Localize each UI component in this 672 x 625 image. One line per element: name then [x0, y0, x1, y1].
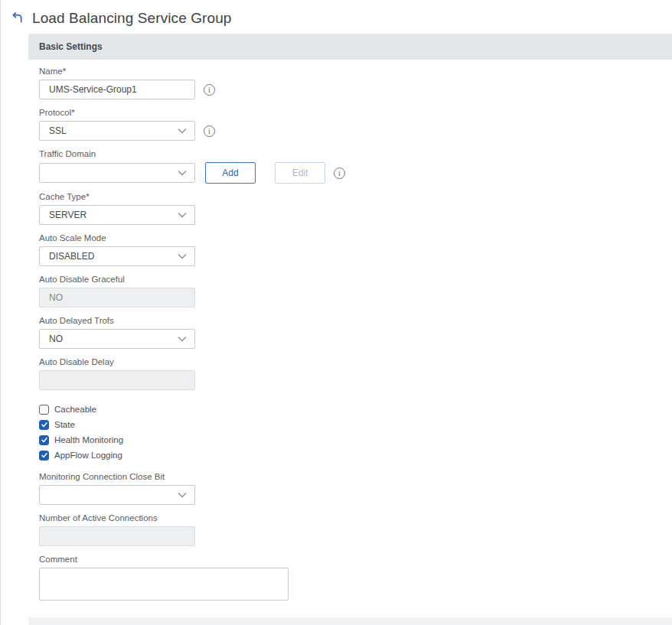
- field-cache-type: Cache Type* SERVER: [39, 192, 672, 225]
- name-input[interactable]: [39, 80, 195, 99]
- checkbox-icon: [39, 451, 49, 461]
- cacheable-label: Cacheable: [54, 405, 96, 414]
- checkbox-icon: [39, 405, 49, 415]
- form-body: Name* i Protocol* SSL i Traffic Domain: [28, 60, 672, 610]
- cacheable-checkbox[interactable]: Cacheable: [39, 402, 672, 417]
- protocol-value: SSL: [49, 125, 67, 136]
- auto-delayed-trofs-label: Auto Delayed Trofs: [39, 316, 672, 326]
- page-header: Load Balancing Service Group: [1, 0, 672, 34]
- cache-type-value: SERVER: [49, 210, 86, 220]
- health-monitoring-checkbox[interactable]: Health Monitoring: [39, 432, 672, 448]
- field-comment: Comment: [39, 555, 672, 604]
- checkbox-icon: [39, 435, 49, 445]
- back-arrow-icon: [10, 11, 24, 25]
- appflow-logging-checkbox[interactable]: AppFlow Logging: [39, 448, 672, 463]
- auto-delayed-trofs-value: NO: [49, 334, 63, 344]
- health-monitoring-label: Health Monitoring: [54, 435, 123, 444]
- monitoring-connection-close-bit-label: Monitoring Connection Close Bit: [39, 472, 672, 482]
- page-title: Load Balancing Service Group: [32, 10, 232, 27]
- form-footer: OK Cancel: [28, 617, 672, 625]
- basic-settings-panel: Basic Settings Name* i Protocol* SSL i: [28, 34, 672, 625]
- field-auto-scale-mode: Auto Scale Mode DISABLED: [39, 233, 672, 266]
- auto-disable-delay-input: [39, 370, 195, 390]
- back-button[interactable]: [8, 10, 25, 27]
- cache-type-label: Cache Type*: [39, 192, 672, 202]
- protocol-label: Protocol*: [39, 108, 672, 118]
- number-of-active-connections-input: [39, 526, 195, 546]
- field-auto-disable-delay: Auto Disable Delay: [39, 357, 672, 390]
- field-traffic-domain: Traffic Domain Add Edit i: [39, 149, 672, 184]
- auto-disable-graceful-input: [39, 288, 195, 308]
- number-of-active-connections-label: Number of Active Connections: [39, 513, 672, 523]
- comment-textarea[interactable]: [39, 568, 289, 601]
- state-checkbox[interactable]: State: [39, 417, 672, 432]
- field-auto-delayed-trofs: Auto Delayed Trofs NO: [39, 316, 672, 349]
- appflow-logging-label: AppFlow Logging: [54, 451, 122, 460]
- auto-scale-mode-select[interactable]: DISABLED: [39, 246, 195, 266]
- auto-scale-mode-label: Auto Scale Mode: [39, 233, 672, 243]
- field-number-of-active-connections: Number of Active Connections: [39, 513, 672, 546]
- auto-disable-delay-label: Auto Disable Delay: [39, 357, 672, 367]
- chevron-down-icon: [178, 492, 187, 498]
- name-info-icon[interactable]: i: [204, 84, 215, 96]
- checkbox-group: Cacheable State Health Monitoring AppFlo…: [39, 402, 672, 463]
- field-auto-disable-graceful: Auto Disable Graceful: [39, 275, 672, 308]
- traffic-domain-select[interactable]: [39, 163, 195, 183]
- edit-button: Edit: [275, 162, 325, 184]
- protocol-info-icon[interactable]: i: [204, 125, 215, 137]
- traffic-domain-info-icon[interactable]: i: [334, 168, 345, 179]
- auto-scale-mode-value: DISABLED: [49, 251, 94, 262]
- field-monitoring-connection-close-bit: Monitoring Connection Close Bit: [39, 472, 672, 505]
- chevron-down-icon: [178, 128, 187, 134]
- chevron-down-icon: [178, 212, 187, 218]
- chevron-down-icon: [178, 336, 187, 342]
- protocol-select[interactable]: SSL: [39, 121, 195, 141]
- cache-type-select[interactable]: SERVER: [39, 205, 195, 225]
- section-header: Basic Settings: [28, 34, 672, 60]
- monitoring-connection-close-bit-select[interactable]: [39, 485, 195, 505]
- section-title: Basic Settings: [39, 41, 103, 52]
- comment-label: Comment: [39, 555, 672, 565]
- add-button[interactable]: Add: [205, 162, 256, 184]
- traffic-domain-label: Traffic Domain: [39, 149, 672, 159]
- name-label: Name*: [39, 67, 672, 76]
- field-protocol: Protocol* SSL i: [39, 108, 672, 141]
- state-label: State: [54, 420, 75, 429]
- auto-delayed-trofs-select[interactable]: NO: [39, 329, 195, 349]
- checkbox-icon: [39, 420, 49, 430]
- chevron-down-icon: [178, 253, 187, 259]
- chevron-down-icon: [178, 170, 187, 176]
- auto-disable-graceful-label: Auto Disable Graceful: [39, 275, 672, 285]
- field-name: Name* i: [39, 67, 672, 99]
